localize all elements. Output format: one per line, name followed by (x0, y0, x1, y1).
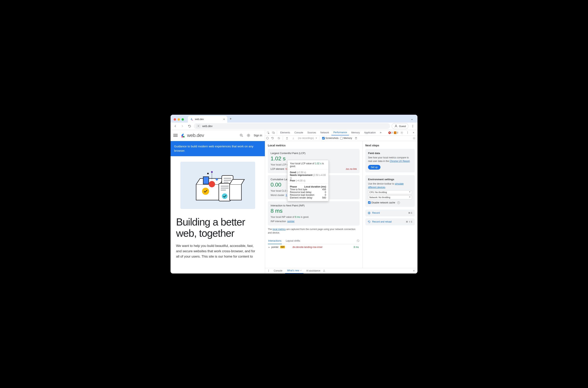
site-settings-icon[interactable] (197, 124, 200, 128)
maximize-window-button[interactable] (181, 118, 184, 121)
svg-point-2 (199, 126, 199, 126)
close-window-button[interactable] (174, 118, 176, 121)
forward-button[interactable] (179, 123, 185, 129)
cpu-throttle-select[interactable]: CPU: No throttling (368, 190, 412, 194)
svg-point-31 (401, 132, 402, 133)
tab-network[interactable]: Network (318, 130, 331, 136)
flask-icon (323, 269, 325, 272)
inp-note: Your local INP value of 8 ms is good. (271, 216, 357, 218)
interaction-element: div.devsite-landing-row-inner (292, 246, 323, 248)
expand-icon: ▸ (269, 246, 270, 248)
inp-name: Interaction to Next Paint (INP) (271, 204, 357, 207)
svg-point-33 (408, 132, 408, 133)
drawer-menu-icon[interactable] (266, 268, 271, 273)
tab-elements[interactable]: Elements (278, 130, 292, 136)
capture-settings-icon[interactable] (411, 136, 416, 141)
record-reload-card[interactable]: Record and reload ⌘ ⇧ E (365, 218, 415, 225)
settings-icon[interactable] (399, 130, 404, 135)
inp-value: 8 ms (271, 208, 357, 214)
inp-interaction-link[interactable]: pointer (287, 220, 295, 223)
svg-point-36 (413, 138, 414, 139)
clear-interactions-icon[interactable] (357, 239, 359, 242)
svg-point-23 (222, 194, 228, 199)
setup-button[interactable]: Set up (368, 165, 381, 170)
browser-menu-button[interactable] (410, 123, 415, 129)
network-throttle-select[interactable]: Network: No throttling (368, 195, 412, 199)
tab-application[interactable]: Application (362, 130, 378, 136)
field-data-card: Field data See how your local metrics co… (365, 149, 415, 172)
tab-console[interactable]: Console (292, 130, 305, 136)
help-icon[interactable]: ? (397, 201, 400, 204)
tab-close-icon[interactable]: × (223, 118, 225, 121)
theme-toggle-icon[interactable] (247, 133, 251, 137)
local-metrics-link[interactable]: local metrics (273, 228, 286, 231)
inspect-element-icon[interactable] (266, 130, 271, 135)
env-title: Environment settings (368, 178, 412, 181)
tab-performance[interactable]: Performance (332, 130, 349, 136)
devtools-tabs: Elements Console Sources Network Perform… (265, 130, 417, 136)
record-card[interactable]: Record ⌘ E (365, 210, 415, 217)
clear-icon[interactable] (277, 136, 281, 141)
more-tabs-icon[interactable] (378, 130, 383, 135)
tab-sources[interactable]: Sources (306, 130, 318, 136)
close-drawer-icon[interactable]: × (413, 269, 416, 272)
lcp-name: Largest Contentful Paint (LCP) (271, 152, 357, 155)
back-button[interactable] (173, 123, 178, 129)
interaction-row[interactable]: ▸ pointer INP div.devsite-landing-row-in… (268, 244, 359, 250)
devtools-menu-icon[interactable] (405, 130, 410, 135)
close-devtools-icon[interactable]: × (411, 130, 416, 135)
drawer-tab-console[interactable]: Console (272, 268, 284, 273)
svg-rect-21 (224, 182, 229, 183)
svg-point-40 (268, 270, 269, 270)
inp-interaction-row: INP interaction pointer (271, 220, 357, 223)
close-tab-icon[interactable]: × (300, 269, 302, 272)
webdev-logo-icon (180, 133, 186, 138)
sign-in-link[interactable]: Sign in (254, 134, 262, 137)
svg-point-12 (202, 188, 209, 195)
upload-icon[interactable] (284, 136, 289, 141)
lcp-tooltip: Your local LCP value of 1.02 s is good. … (287, 160, 329, 201)
window-controls (172, 118, 185, 122)
error-count[interactable]: ✕2 (388, 131, 393, 134)
tab-interactions[interactable]: Interactions (268, 238, 282, 244)
new-tab-button[interactable]: + (227, 117, 234, 122)
svg-point-10 (248, 135, 249, 136)
search-icon[interactable] (239, 133, 243, 137)
download-icon[interactable] (291, 136, 296, 141)
profile-button[interactable]: Guest (392, 123, 409, 129)
address-bar: web.dev Guest (171, 122, 417, 130)
record-button[interactable] (266, 137, 269, 139)
drawer-tab-whats-new[interactable]: What's new× (285, 268, 304, 273)
device-toolbar-icon[interactable] (271, 130, 276, 135)
svg-point-5 (412, 126, 413, 126)
svg-rect-30 (274, 132, 274, 134)
site-logo[interactable]: web.dev (180, 133, 204, 138)
svg-point-7 (181, 136, 183, 138)
crux-link[interactable]: Chrome UX Report (389, 160, 409, 163)
memory-checkbox[interactable]: Memory (340, 137, 352, 140)
svg-point-14 (209, 181, 215, 187)
tab-favicon-icon (190, 118, 193, 121)
svg-rect-25 (221, 188, 229, 189)
screenshots-checkbox[interactable]: Screenshots (322, 137, 339, 140)
tab-overflow-button[interactable] (410, 118, 416, 122)
reload-button[interactable] (187, 123, 192, 129)
menu-icon[interactable] (173, 133, 178, 138)
tab-memory[interactable]: Memory (349, 130, 362, 136)
gc-icon[interactable] (354, 136, 358, 141)
svg-rect-27 (230, 184, 241, 200)
browser-tab[interactable]: web.dev × (188, 116, 227, 122)
svg-rect-13 (203, 177, 209, 184)
disable-cache-checkbox[interactable]: Disable network cache? (368, 201, 412, 204)
hero-title: Building a better web, together (176, 217, 259, 239)
tab-layout-shifts[interactable]: Layout shifts (285, 238, 301, 244)
profile-label: Guest (399, 125, 406, 128)
recordings-select[interactable]: (no recordings) (298, 137, 314, 140)
omnibox[interactable]: web.dev (194, 123, 390, 129)
drawer-tab-ai[interactable]: AI assistance (304, 268, 327, 273)
svg-rect-19 (224, 178, 231, 179)
reload-record-icon[interactable] (270, 136, 275, 141)
svg-point-3 (395, 125, 397, 126)
minimize-window-button[interactable] (178, 118, 180, 121)
warning-count[interactable]: !2 (394, 131, 398, 134)
